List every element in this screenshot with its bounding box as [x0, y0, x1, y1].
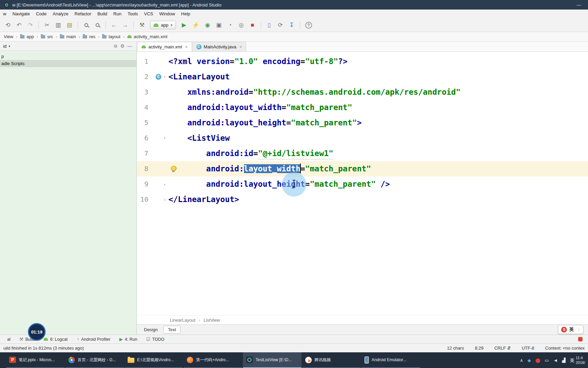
- redo-icon[interactable]: ↷: [27, 22, 33, 28]
- sdk-manager-icon[interactable]: ↧: [289, 22, 295, 28]
- fold-marker-icon[interactable]: ▴: [163, 182, 166, 186]
- security-shield-icon[interactable]: ◆: [527, 358, 531, 363]
- menu-item-window[interactable]: Window: [156, 10, 178, 18]
- ime-indicator[interactable]: 英: [570, 358, 574, 363]
- taskbar-app-emulator[interactable]: Android Emulator...: [361, 352, 420, 368]
- fold-marker-icon[interactable]: ▾: [163, 136, 166, 140]
- fold-marker-icon[interactable]: ▾: [163, 75, 166, 79]
- browser-icon: [187, 357, 193, 363]
- editor-mode-tabs: DesignText: [137, 324, 588, 335]
- close-tab-icon[interactable]: ×: [184, 44, 188, 49]
- event-log-icon[interactable]: [578, 337, 583, 341]
- taskbar-app-chrome[interactable]: 首页 - 北盟网校 - G...: [65, 352, 124, 368]
- tab-design[interactable]: Design: [140, 326, 162, 333]
- minimize-button[interactable]: —: [574, 2, 584, 7]
- volume-icon[interactable]: ◄: [553, 358, 558, 363]
- gutter: [150, 54, 168, 69]
- avd-manager-icon[interactable]: ▯: [266, 22, 272, 28]
- menu-item-help[interactable]: Help: [178, 10, 193, 18]
- copy-icon[interactable]: ▥: [55, 22, 61, 28]
- tray-expand-icon[interactable]: ∧: [520, 358, 523, 363]
- tencent-video-icon: [305, 357, 312, 363]
- xml-breadcrumb-linearlayout[interactable]: LinearLayout: [170, 318, 195, 323]
- gutter: [150, 161, 168, 177]
- xml-breadcrumb-listview[interactable]: ListView: [203, 318, 220, 323]
- breadcrumb-item-src[interactable]: src: [40, 34, 54, 39]
- debug-icon[interactable]: ◉: [205, 22, 211, 28]
- run-icon[interactable]: ▶: [181, 22, 187, 28]
- menu-item-navigate[interactable]: Navigate: [9, 10, 33, 18]
- apply-changes-icon[interactable]: ⚡: [192, 22, 199, 28]
- run-config-dropdown[interactable]: app▾: [150, 21, 176, 29]
- menu-item-refactor[interactable]: Refactor: [71, 10, 94, 18]
- screen-recorder-timer[interactable]: 01:19: [28, 323, 46, 341]
- hide-panel-icon[interactable]: —: [126, 43, 133, 49]
- gradle-sync-icon[interactable]: ⟳: [277, 22, 283, 28]
- tab-activity-main-xml[interactable]: activity_main.xml×: [137, 42, 192, 51]
- taskbar-app-folder[interactable]: E:\北盟视频\Andro...: [125, 352, 183, 368]
- menu-item-analyze[interactable]: Analyze: [50, 10, 71, 18]
- toolbar-separator: [78, 21, 78, 29]
- tree-item-adle-scripts[interactable]: adle Scripts: [0, 60, 136, 67]
- ime-language-indicator[interactable]: 英: [569, 326, 574, 333]
- menu-item-tools[interactable]: Tools: [125, 10, 141, 18]
- paste-icon[interactable]: ▤: [66, 22, 72, 28]
- code-line-5: 5 android:layout_height="match_parent">: [137, 115, 588, 131]
- menu-item-vcs[interactable]: VCS: [141, 10, 156, 18]
- intention-bulb-icon[interactable]: [171, 166, 176, 172]
- sogou-ime-icon[interactable]: S: [561, 327, 567, 333]
- back-icon[interactable]: ←: [111, 22, 117, 28]
- toolwindow-al[interactable]: al: [3, 335, 15, 343]
- menu-item-build[interactable]: Build: [94, 10, 110, 18]
- taskbar-clock[interactable]: 11:4 2018/: [576, 355, 588, 365]
- code-line-3: 3 xmlns:android="http://schemas.android.…: [137, 85, 588, 100]
- sogou-tray-icon[interactable]: ⬤: [535, 358, 540, 363]
- coverage-icon[interactable]: ▣: [216, 22, 222, 28]
- tab-mainactivity-java[interactable]: CMainActivity.java×: [192, 42, 246, 51]
- stop-icon[interactable]: ■: [249, 22, 256, 28]
- sync-icon[interactable]: ⟲: [5, 22, 11, 28]
- menu-item-code[interactable]: Code: [33, 10, 50, 18]
- breadcrumb-item-view[interactable]: View: [3, 34, 14, 39]
- toolwindow-android-profiler[interactable]: ◔Android Profiler: [72, 335, 115, 343]
- code-editor[interactable]: 1<?xml version="1.0" encoding="utf-8"?>2…: [137, 52, 588, 316]
- toolwindow-todo[interactable]: ☑TODO: [142, 335, 169, 343]
- status-8-29[interactable]: 8:29: [475, 346, 483, 351]
- breadcrumb-item-activity-main-xml[interactable]: activity_main.xml: [126, 34, 168, 39]
- status-crlf[interactable]: CRLF ⇵: [494, 346, 511, 351]
- breadcrumb-item-app[interactable]: app: [19, 34, 35, 39]
- undo-icon[interactable]: ↶: [16, 22, 22, 28]
- attach-debugger-icon[interactable]: ◎: [238, 22, 244, 28]
- forward-icon[interactable]: →: [122, 22, 128, 28]
- class-icon: C: [156, 74, 161, 80]
- cut-icon[interactable]: ✂: [44, 22, 50, 28]
- profiler-icon[interactable]: ◔: [227, 22, 233, 28]
- fold-marker-icon[interactable]: ▴: [163, 198, 166, 201]
- menu-item-run[interactable]: Run: [110, 10, 125, 18]
- make-project-hammer-icon[interactable]: ⚒: [139, 22, 145, 28]
- taskbar-app-browser[interactable]: 第一代码+Andro...: [184, 352, 242, 368]
- toolwindow-4-run[interactable]: ▶4: Run: [115, 335, 142, 343]
- status-12-chars[interactable]: 12 chars: [447, 346, 464, 351]
- status-context-no-contex[interactable]: Context: <no contex: [545, 346, 585, 351]
- taskbar-app-powerpoint[interactable]: 笔记.pptx - Micros...: [6, 352, 65, 368]
- breadcrumb-item-layout[interactable]: layout: [101, 34, 121, 39]
- help-icon[interactable]: ?: [305, 22, 312, 29]
- tab-text[interactable]: Text: [163, 326, 180, 334]
- tree-item-p[interactable]: p: [0, 53, 136, 60]
- ime-toolbar[interactable]: S 英 ☽: [558, 325, 583, 334]
- find-icon[interactable]: [83, 23, 89, 27]
- breadcrumb-item-main[interactable]: main: [59, 34, 77, 39]
- replace-icon[interactable]: [94, 23, 100, 27]
- taskbar-app-tencent-video[interactable]: 腾讯视频: [302, 352, 361, 368]
- settings-gear-icon[interactable]: ⚙: [119, 43, 126, 49]
- taskbar-app-android-studio[interactable]: TestListView [E:\D...: [243, 352, 301, 368]
- breadcrumb-item-res[interactable]: res: [82, 34, 96, 39]
- status-utf-8[interactable]: UTF-8: [522, 346, 534, 351]
- menu-item-w[interactable]: w: [0, 10, 9, 18]
- network-icon[interactable]: ▟: [562, 358, 566, 363]
- collapse-all-icon[interactable]: ⊖: [112, 43, 119, 49]
- display-icon[interactable]: ▭: [545, 358, 549, 363]
- project-view-selector[interactable]: id: [3, 44, 6, 49]
- close-tab-icon[interactable]: ×: [239, 44, 242, 49]
